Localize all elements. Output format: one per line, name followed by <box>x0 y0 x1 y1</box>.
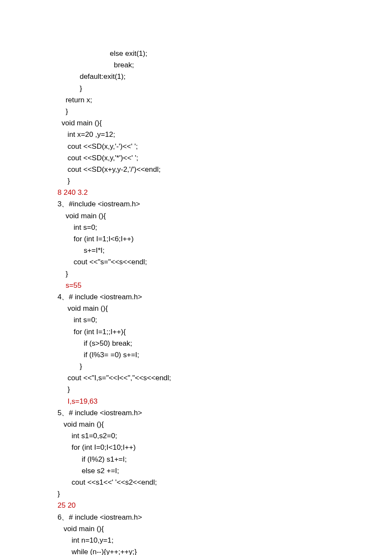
code-line: s=55 <box>58 280 334 291</box>
code-line: int s=0; <box>58 222 334 233</box>
code-line: int x=20 ,y=12; <box>58 129 334 140</box>
code-line: cout <<"I,s="<<I<<","<<s<<endl; <box>58 372 334 384</box>
code-line: cout <<"s="<<s<<endl; <box>58 256 334 268</box>
code-line: cout <<SD(x+y,y-2,'/')<<endl; <box>58 164 334 175</box>
code-line: cout <<s1<<' '<<s2<<endl; <box>58 477 334 488</box>
code-line: for (int I=1;I<6;I++) <box>58 233 334 245</box>
code-line: 5、# include <iostream.h> <box>58 407 334 419</box>
code-line: if (I%2) s1+=I; <box>58 454 334 465</box>
code-line: void main (){ <box>58 210 334 222</box>
code-line: cout <<SD(x,y,'*')<<' '; <box>58 152 334 164</box>
code-line: void main (){ <box>58 419 334 430</box>
code-line: I,s=19,63 <box>58 396 334 407</box>
code-line: } <box>58 106 334 117</box>
code-line: default:exit(1); <box>58 71 334 82</box>
code-line: } <box>58 384 334 395</box>
code-line: 3、#include <iostream.h> <box>58 198 334 210</box>
code-line: for (int I=1;;I++){ <box>58 326 334 338</box>
code-line: } <box>58 83 334 94</box>
code-line: } <box>58 488 334 500</box>
code-line: void main (){ <box>58 523 334 535</box>
code-line: return x; <box>58 94 334 106</box>
code-line: break; <box>58 59 334 71</box>
code-line: int n=10,y=1; <box>58 535 334 546</box>
code-line: } <box>58 361 334 372</box>
code-line: else exit(1); <box>58 48 334 59</box>
code-line: if (s>50) break; <box>58 338 334 349</box>
code-line: cout <<SD(x,y,'-')<<' '; <box>58 141 334 152</box>
code-line: int s1=0,s2=0; <box>58 430 334 442</box>
code-line: while (n--){y++;++y;} <box>58 546 334 555</box>
code-line: else s2 +=I; <box>58 465 334 477</box>
code-line: 6、# include <iostream.h> <box>58 512 334 523</box>
code-line: } <box>58 268 334 280</box>
code-line: int s=0; <box>58 314 334 326</box>
code-line: 25 20 <box>58 500 334 511</box>
code-line: void main (){ <box>58 303 334 314</box>
document-page: else exit(1); break; default:exit(1); } … <box>0 0 392 555</box>
code-line: } <box>58 175 334 187</box>
code-line: if (I%3= =0) s+=I; <box>58 349 334 361</box>
code-line: for (int I=0;I<10;I++) <box>58 442 334 453</box>
code-line: 8 240 3.2 <box>58 187 334 198</box>
code-line: s+=I*I; <box>58 245 334 256</box>
code-line: 4、# include <iostream.h> <box>58 291 334 303</box>
code-line: void main (){ <box>58 117 334 129</box>
